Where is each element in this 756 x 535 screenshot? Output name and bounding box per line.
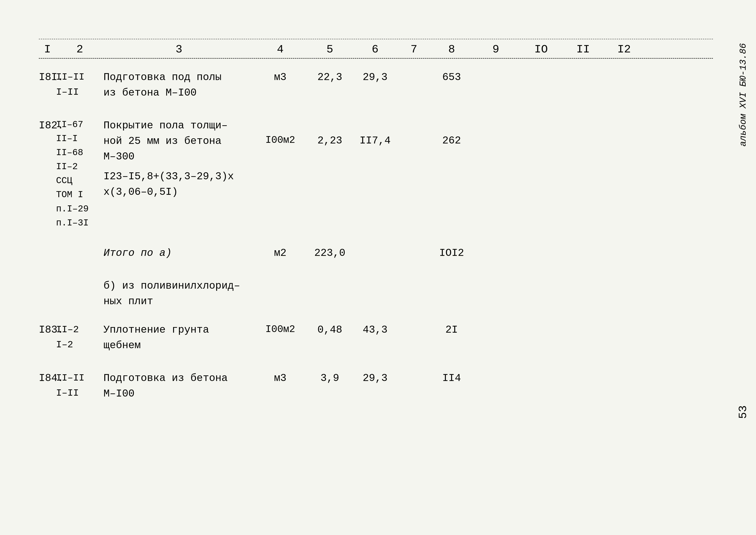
col-header-7: 7 bbox=[397, 43, 431, 56]
itogo-col5: 223,0 bbox=[306, 245, 354, 261]
table-row: I83. II–2 I–2 Уплотнение грунтащебнем I0… bbox=[39, 313, 713, 357]
row-184-col6: 29,3 bbox=[354, 370, 397, 386]
row-181-desc: Подготовка под полыиз бетона М–I00 bbox=[103, 70, 255, 100]
row-181-num: I8I. bbox=[39, 70, 56, 85]
itogo-col8: IOI2 bbox=[431, 245, 472, 261]
row-181-col5: 22,3 bbox=[306, 70, 354, 85]
row-181-unit: м3 bbox=[255, 70, 306, 85]
row-182-col8: 262 bbox=[431, 118, 472, 149]
right-margin: альбом XVI БЮ-13.86 53 21598-19 bbox=[737, 43, 749, 535]
column-headers: I 2 3 4 5 6 7 8 9 IO II I2 bbox=[39, 39, 713, 59]
row-183-col6: 43,3 bbox=[354, 322, 397, 338]
row-182-desc: Покрытие пола толщи–ной 25 мм из бетонаМ… bbox=[103, 118, 255, 200]
col-header-8: 8 bbox=[431, 43, 472, 56]
table-row: I84. II–II I–II Подготовка из бетонаМ–I0… bbox=[39, 357, 713, 406]
row-184-desc: Подготовка из бетонаМ–I00 bbox=[103, 370, 255, 402]
row-182-col5: 2,23 bbox=[306, 118, 354, 149]
row-184-col5: 3,9 bbox=[306, 370, 354, 386]
row-182-ref: II–67 II–I II–68 II–2 ССЦ ТОМ I п.I–29 п… bbox=[56, 118, 103, 230]
row-183-col8: 2I bbox=[431, 322, 472, 338]
section-b-desc: б) из поливинилхлорид–ных плит bbox=[103, 278, 255, 309]
album-label: альбом XVI БЮ-13.86 bbox=[738, 43, 748, 147]
row-183-ref: II–2 I–2 bbox=[56, 322, 103, 352]
row-183-num: I83. bbox=[39, 322, 56, 338]
row-182-col6: II7,4 bbox=[354, 118, 397, 149]
row-184-col8: II4 bbox=[431, 370, 472, 386]
row-181-col8: 653 bbox=[431, 70, 472, 85]
page: I 2 3 4 5 6 7 8 9 IO II I2 I8I. II–II I–… bbox=[0, 0, 756, 535]
section-b-row: б) из поливинилхлорид–ных плит bbox=[39, 265, 713, 313]
table-row: I82. II–67 II–I II–68 II–2 ССЦ ТОМ I п.I… bbox=[39, 105, 713, 235]
table-row-itogo: Итого по а) м2 223,0 IOI2 bbox=[39, 235, 713, 265]
itogo-unit: м2 bbox=[255, 245, 306, 261]
row-182-unit: I00м2 bbox=[255, 118, 306, 148]
table-row: I8I. II–II I–II Подготовка под полыиз бе… bbox=[39, 59, 713, 105]
itogo-label: Итого по а) bbox=[103, 245, 255, 261]
col-header-11: II bbox=[563, 43, 604, 56]
col-header-2: 2 bbox=[56, 43, 103, 56]
row-183-col5: 0,48 bbox=[306, 322, 354, 338]
col-header-1: I bbox=[39, 43, 56, 56]
col-header-5: 5 bbox=[306, 43, 354, 56]
row-184-num: I84. bbox=[39, 370, 56, 386]
row-183-unit: I00м2 bbox=[255, 322, 306, 337]
row-182-num: I82. bbox=[39, 118, 56, 133]
row-184-ref: II–II I–II bbox=[56, 370, 103, 401]
row-183-desc: Уплотнение грунтащебнем bbox=[103, 322, 255, 353]
col-header-9: 9 bbox=[472, 43, 520, 56]
col-header-12: I2 bbox=[604, 43, 645, 56]
col-header-6: 6 bbox=[354, 43, 397, 56]
row-184-unit: м3 bbox=[255, 370, 306, 386]
row-181-col6: 29,3 bbox=[354, 70, 397, 85]
col-header-4: 4 bbox=[255, 43, 306, 56]
page-number: 53 bbox=[737, 405, 749, 419]
col-header-10: IO bbox=[520, 43, 563, 56]
row-181-ref: II–II I–II bbox=[56, 70, 103, 100]
col-header-3: 3 bbox=[103, 43, 255, 56]
